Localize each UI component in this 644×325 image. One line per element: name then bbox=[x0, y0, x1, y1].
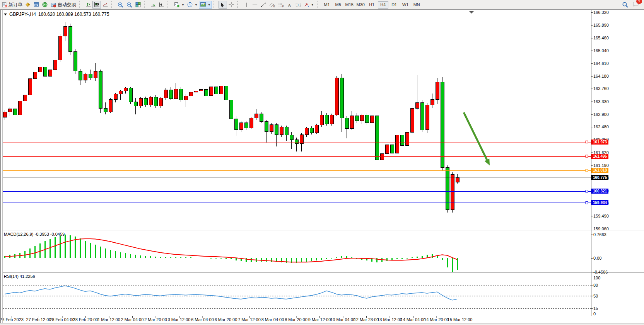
chart-title: GBPJPY-,H4 160.620 160.889 160.573 160.7… bbox=[4, 12, 109, 17]
notification-badge: 1 bbox=[636, 0, 642, 4]
tile-windows-button[interactable] bbox=[134, 1, 142, 9]
notifications-button[interactable]: 1 bbox=[632, 1, 639, 9]
text-icon: A bbox=[287, 2, 292, 8]
tile-windows-icon bbox=[135, 2, 141, 8]
text-tool-button[interactable]: A bbox=[285, 1, 294, 9]
template-button[interactable]: ▼ bbox=[199, 1, 212, 9]
line-handle bbox=[586, 190, 588, 192]
trendline-tool-button[interactable] bbox=[259, 1, 268, 9]
autotrading-button[interactable]: 自动交易 bbox=[49, 1, 77, 9]
price-line-tag: 161.973 bbox=[591, 140, 608, 145]
crosshair-tool-button[interactable] bbox=[227, 1, 236, 9]
chart-shift-button[interactable] bbox=[157, 1, 166, 9]
chart-symbol-period: GBPJPY-,H4 bbox=[9, 12, 36, 17]
period-selector-button[interactable]: ▼ bbox=[186, 1, 199, 9]
chevron-down-icon: ▼ bbox=[208, 3, 211, 7]
new-order-icon bbox=[2, 2, 7, 8]
market-watch-button[interactable] bbox=[24, 1, 32, 9]
data-window-button[interactable] bbox=[32, 1, 41, 9]
crosshair-icon bbox=[228, 2, 234, 8]
zoom-out-icon bbox=[126, 2, 133, 8]
macd-indicator-label: MACD(12,26,9) -0.3953 -0.0459 bbox=[4, 232, 65, 237]
text-label-icon: T bbox=[295, 2, 301, 8]
rsi-line bbox=[5, 286, 457, 300]
timeframe-group: M1M5M15M30H1H4D1W1MN bbox=[322, 1, 422, 9]
line-chart-icon bbox=[102, 2, 108, 8]
autotrading-icon bbox=[50, 2, 56, 8]
clock-icon bbox=[187, 2, 193, 8]
arrow-shapes-icon bbox=[304, 2, 309, 8]
horizontal-line-tool-button[interactable] bbox=[251, 1, 259, 9]
timeframe-button-M15[interactable]: M15 bbox=[344, 1, 355, 9]
price-line-tag: 161.496 bbox=[591, 154, 608, 159]
symbol-dropdown-icon[interactable] bbox=[4, 14, 7, 15]
bar-chart-mode-button[interactable] bbox=[84, 1, 92, 9]
fibonacci-icon: F bbox=[278, 2, 284, 8]
timeframe-button-MN[interactable]: MN bbox=[412, 1, 422, 9]
toolbar-grip bbox=[111, 1, 115, 8]
timeframe-button-M5[interactable]: M5 bbox=[333, 1, 343, 9]
vertical-line-icon bbox=[244, 2, 249, 8]
toolbar-grip bbox=[144, 1, 148, 8]
trendline-icon bbox=[260, 2, 266, 8]
chevron-down-icon: ▼ bbox=[195, 3, 198, 7]
fibonacci-tool-button[interactable]: F bbox=[277, 1, 285, 9]
mt4-window: 新订单 自动交易 bbox=[0, 0, 644, 325]
timeframe-button-H4[interactable]: H4 bbox=[378, 1, 388, 9]
price-line-tag: 160.321 bbox=[591, 189, 608, 194]
annotation-arrow[interactable] bbox=[464, 112, 487, 160]
toolbar-grip bbox=[167, 1, 171, 8]
template-icon bbox=[200, 2, 206, 8]
new-order-button[interactable]: 新订单 bbox=[0, 1, 24, 9]
timeframe-button-M1[interactable]: M1 bbox=[322, 1, 332, 9]
channel-icon: E bbox=[269, 2, 275, 8]
autotrading-label: 自动交易 bbox=[58, 2, 76, 8]
price-line-tag: 159.934 bbox=[591, 200, 608, 205]
arrows-tool-button[interactable]: ▼ bbox=[302, 1, 315, 9]
toolbar-right-group: 1 bbox=[622, 1, 639, 9]
market-watch-icon bbox=[25, 2, 31, 8]
chevron-down-icon: ▼ bbox=[181, 3, 184, 7]
equidistant-channel-tool-button[interactable]: E bbox=[268, 1, 277, 9]
cursor-icon bbox=[220, 2, 225, 8]
cursor-tool-button[interactable] bbox=[219, 1, 227, 9]
candlestick-mode-button[interactable] bbox=[92, 1, 101, 9]
timeframe-button-H1[interactable]: H1 bbox=[367, 1, 377, 9]
zoom-out-button[interactable] bbox=[125, 1, 134, 9]
line-chart-mode-button[interactable] bbox=[101, 1, 109, 9]
line-handle bbox=[586, 169, 588, 172]
zoom-in-button[interactable] bbox=[116, 1, 125, 9]
line-handle bbox=[586, 141, 588, 143]
line-handle bbox=[586, 155, 588, 157]
timeframe-button-D1[interactable]: D1 bbox=[389, 1, 400, 9]
text-label-tool-button[interactable]: T bbox=[294, 1, 302, 9]
signals-icon bbox=[42, 2, 48, 8]
candlestick-icon bbox=[94, 2, 100, 8]
line-handle bbox=[586, 202, 588, 204]
svg-text:E: E bbox=[273, 5, 275, 8]
candles bbox=[3, 22, 459, 213]
chart-shift-marker bbox=[469, 11, 474, 14]
auto-scroll-icon bbox=[150, 2, 156, 8]
price-line-tag: 161.018 bbox=[591, 168, 608, 173]
zoom-in-icon bbox=[117, 2, 124, 8]
svg-text:A: A bbox=[288, 2, 292, 7]
main-toolbar: 新订单 自动交易 bbox=[0, 0, 644, 10]
toolbar-grip bbox=[214, 1, 217, 8]
signals-button[interactable] bbox=[41, 1, 49, 9]
vertical-line-tool-button[interactable] bbox=[242, 1, 251, 9]
search-icon[interactable] bbox=[622, 2, 629, 8]
toolbar-grip bbox=[317, 1, 321, 8]
toolbar-grip bbox=[79, 1, 83, 8]
svg-text:T: T bbox=[297, 3, 299, 7]
data-window-icon bbox=[33, 2, 39, 8]
chart-shift-icon bbox=[159, 2, 165, 8]
rsi-indicator-label: RSI(14) 41.2256 bbox=[4, 274, 35, 279]
timeframe-button-M30[interactable]: M30 bbox=[355, 1, 366, 9]
auto-scroll-button[interactable] bbox=[149, 1, 157, 9]
svg-text:F: F bbox=[282, 5, 284, 8]
timeframe-button-W1[interactable]: W1 bbox=[400, 1, 411, 9]
new-chart-icon bbox=[174, 2, 180, 8]
chart-canvas[interactable] bbox=[0, 0, 644, 325]
new-chart-button[interactable]: ▼ bbox=[173, 1, 186, 9]
